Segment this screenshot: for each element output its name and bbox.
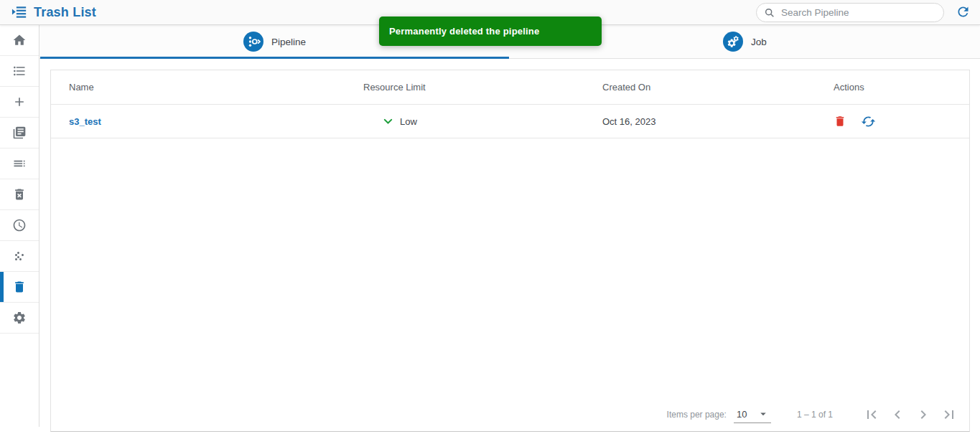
- menu-logo-icon[interactable]: [11, 4, 27, 20]
- paginator: Items per page: 10 1 – 1 of 1: [667, 406, 958, 423]
- table-row: s3_test Low Oct 16, 2023: [51, 105, 969, 138]
- items-per-page-value: 10: [737, 409, 747, 420]
- refresh-icon: [956, 4, 971, 19]
- list-details-icon: [12, 156, 27, 171]
- search-input[interactable]: [781, 7, 925, 18]
- sidebar-item-create[interactable]: [0, 87, 39, 118]
- tab-job-label: Job: [751, 37, 767, 47]
- sidebar: [0, 25, 39, 427]
- plus-icon: [12, 95, 27, 109]
- first-page-icon: [863, 406, 880, 423]
- gear-icon: [12, 311, 27, 325]
- sidebar-item-history[interactable]: [0, 210, 39, 241]
- resource-limit-value: Low: [400, 116, 417, 127]
- last-page-icon: [941, 406, 958, 423]
- delete-permanently-button[interactable]: [834, 115, 846, 128]
- column-header-name: Name: [51, 82, 363, 93]
- clock-icon: [12, 218, 27, 232]
- items-per-page-label: Items per page:: [667, 410, 727, 420]
- column-header-resource-limit: Resource Limit: [363, 82, 602, 93]
- bulleted-list-icon: [12, 64, 27, 78]
- chevron-right-icon: [915, 406, 932, 423]
- page-title: Trash List: [34, 5, 96, 20]
- app-window: Trash List: [0, 0, 980, 439]
- restore-button[interactable]: [861, 114, 876, 129]
- sidebar-item-trash[interactable]: [0, 272, 39, 303]
- items-per-page-select[interactable]: 10: [734, 406, 771, 423]
- expand-row-button[interactable]: [383, 116, 393, 127]
- sidebar-item-delete-forever[interactable]: [0, 179, 39, 210]
- trash-table-card: Name Resource Limit Created On Actions s…: [50, 70, 970, 432]
- previous-page-button[interactable]: [889, 406, 906, 423]
- restore-sync-icon: [861, 114, 876, 129]
- sidebar-item-settings[interactable]: [0, 303, 39, 334]
- pipeline-icon: [243, 32, 263, 52]
- table-header-row: Name Resource Limit Created On Actions: [51, 70, 969, 105]
- home-icon: [12, 33, 27, 47]
- sidebar-item-details[interactable]: [0, 148, 39, 179]
- tab-pipeline-label: Pipeline: [271, 37, 306, 47]
- dropdown-arrow-icon: [757, 407, 770, 420]
- sidebar-item-library[interactable]: [0, 118, 39, 148]
- sidebar-item-list[interactable]: [0, 56, 39, 87]
- created-on-value: Oct 16, 2023: [602, 116, 655, 127]
- sidebar-item-cluster[interactable]: [0, 241, 39, 272]
- column-header-actions: Actions: [834, 82, 969, 93]
- sidebar-item-home[interactable]: [0, 25, 39, 56]
- job-gears-icon: [723, 32, 743, 52]
- chevron-down-icon: [383, 116, 393, 127]
- trash-icon: [12, 280, 27, 294]
- pipeline-name-link[interactable]: s3_test: [69, 116, 101, 127]
- next-page-button[interactable]: [915, 406, 932, 423]
- search-box: [756, 3, 944, 22]
- library-icon: [12, 126, 27, 140]
- delete-forever-icon: [12, 187, 27, 202]
- refresh-button[interactable]: [954, 4, 971, 22]
- search-icon: [764, 7, 775, 19]
- cluster-icon: [13, 250, 26, 263]
- chevron-left-icon: [889, 406, 906, 423]
- page-range-label: 1 – 1 of 1: [797, 410, 833, 420]
- toast-message: Permanently deleted the pipeline: [389, 26, 539, 37]
- last-page-button[interactable]: [941, 406, 958, 423]
- toast-notification: Permanently deleted the pipeline: [379, 16, 602, 46]
- column-header-created-on: Created On: [602, 82, 834, 93]
- trash-icon: [834, 115, 846, 128]
- first-page-button[interactable]: [863, 406, 880, 423]
